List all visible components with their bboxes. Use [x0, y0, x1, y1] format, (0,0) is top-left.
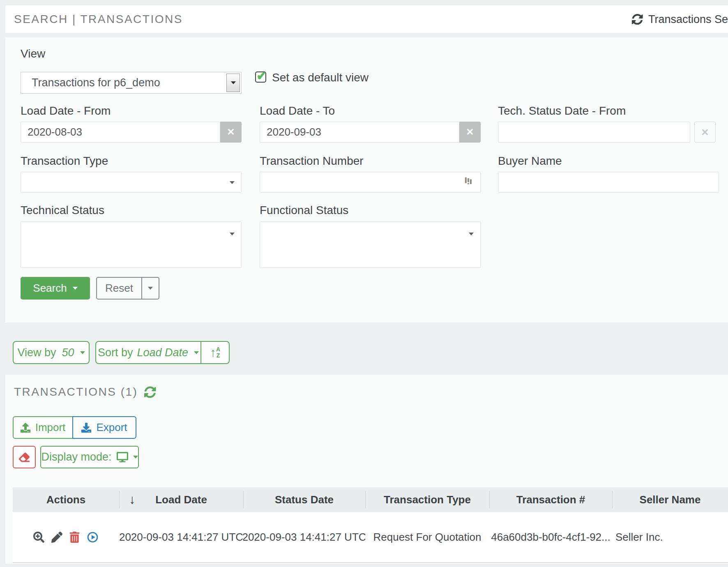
column-header-seller-name[interactable]: Seller Name	[612, 487, 728, 512]
sorted-desc-arrow-icon: ↓	[129, 492, 136, 507]
results-title: TRANSACTIONS (1)	[14, 385, 138, 399]
view-by-value: 50	[62, 346, 74, 359]
load-date-from-label: Load Date - From	[21, 104, 111, 118]
delete-icon[interactable]	[69, 532, 80, 543]
upload-icon	[21, 423, 30, 433]
view-label: View	[21, 47, 45, 60]
reset-button[interactable]: Reset	[96, 277, 142, 300]
erase-button[interactable]	[13, 446, 36, 468]
column-header-transaction-number[interactable]: Transaction #	[489, 487, 612, 512]
import-button-label: Import	[35, 421, 66, 434]
import-export-group: Import Export	[13, 416, 136, 439]
table-header-row: Actions ↓ Load Date Status Date Transact…	[13, 487, 728, 512]
search-button[interactable]: Search	[21, 277, 90, 300]
view-select-arrow-button[interactable]	[226, 74, 240, 92]
header-refresh-label[interactable]: Transactions Se	[648, 13, 728, 25]
load-date-to-label: Load Date - To	[260, 104, 335, 118]
sort-by-button-group: Sort by Load Date ↑AZ	[95, 341, 230, 364]
transaction-type-select[interactable]	[21, 172, 242, 193]
tech-status-date-from-clear-button[interactable]: ✕	[694, 122, 716, 143]
page-title: SEARCH | TRANSACTIONS	[14, 13, 183, 26]
buyer-name-label: Buyer Name	[498, 154, 562, 168]
cell-status-date: 2020-09-03 14:41:27 UTC	[243, 512, 365, 562]
refresh-icon[interactable]	[632, 14, 643, 25]
caret-down-icon	[230, 233, 235, 235]
transactions-table: Actions ↓ Load Date Status Date Transact…	[13, 487, 728, 563]
load-date-to-clear-button[interactable]: ✕	[459, 122, 481, 143]
view-by-button[interactable]: View by 50	[13, 341, 90, 364]
tech-status-date-from-input[interactable]	[498, 122, 690, 143]
x-icon: ✕	[701, 127, 709, 138]
technical-status-label: Technical Status	[21, 204, 104, 217]
load-date-from-clear-button[interactable]: ✕	[220, 122, 242, 143]
display-mode-label: Display mode:	[41, 451, 111, 463]
monitor-icon	[117, 452, 128, 462]
caret-down-icon	[194, 351, 199, 354]
sort-by-button[interactable]: Sort by Load Date	[95, 341, 201, 364]
x-icon: ✕	[227, 127, 235, 137]
set-default-view-checkbox[interactable]: ✔	[255, 71, 266, 83]
reset-button-label: Reset	[105, 282, 133, 295]
view-by-label: View by	[17, 346, 56, 359]
functional-status-label: Functional Status	[260, 204, 348, 217]
view-select-value: Transactions for p6_demo	[32, 76, 160, 89]
sort-alpha-up-icon: ↑AZ	[210, 346, 220, 359]
caret-down-icon	[73, 287, 78, 290]
column-header-transaction-type[interactable]: Transaction Type	[365, 487, 489, 512]
cell-transaction-number: 46a60d3b-b0fc-4cf1-92...	[489, 512, 612, 562]
eraser-icon	[19, 452, 30, 463]
functional-status-multiselect[interactable]	[260, 221, 481, 268]
header-refresh-area[interactable]: Transactions Se	[632, 13, 728, 25]
sort-by-label: Sort by	[98, 346, 133, 359]
edit-icon[interactable]	[51, 532, 62, 543]
caret-down-icon	[148, 287, 153, 290]
refresh-results-icon[interactable]	[144, 386, 156, 398]
transaction-number-input[interactable]	[260, 172, 481, 193]
view-details-icon[interactable]	[33, 532, 44, 543]
transactions-search-page: SEARCH | TRANSACTIONS Transactions Se Vi…	[0, 0, 728, 567]
row-actions	[33, 531, 99, 543]
buyer-name-input[interactable]	[498, 172, 719, 193]
search-button-label: Search	[33, 282, 67, 295]
technical-status-multiselect[interactable]	[21, 221, 242, 268]
x-icon: ✕	[466, 127, 474, 137]
column-header-status-date[interactable]: Status Date	[243, 487, 365, 512]
export-button-label: Export	[96, 421, 127, 434]
load-date-from-input[interactable]	[21, 122, 220, 143]
import-button[interactable]: Import	[13, 416, 73, 439]
view-select[interactable]: Transactions for p6_demo	[21, 72, 242, 94]
caret-down-icon	[231, 81, 236, 84]
top-header-bar: SEARCH | TRANSACTIONS Transactions Se	[5, 5, 728, 33]
resubmit-play-icon[interactable]	[87, 531, 99, 543]
sort-by-value: Load Date	[137, 346, 188, 359]
reset-button-group: Reset	[96, 277, 159, 300]
tech-status-date-from-label: Tech. Status Date - From	[498, 104, 626, 118]
export-button[interactable]: Export	[72, 416, 136, 439]
load-date-to-input[interactable]	[260, 122, 459, 143]
set-default-view-label: Set as default view	[272, 71, 369, 84]
results-panel: TRANSACTIONS (1) Import Export Display m…	[5, 375, 728, 564]
download-icon	[81, 423, 91, 433]
cell-seller-name: Seller Inc.	[612, 512, 728, 562]
display-mode-button[interactable]: Display mode:	[40, 446, 139, 468]
transaction-type-label: Transaction Type	[21, 154, 108, 168]
cell-transaction-type: Request For Quotation	[365, 512, 489, 562]
reset-dropdown-button[interactable]	[142, 277, 159, 300]
search-filter-panel: View Transactions for p6_demo ✔ Set as d…	[5, 37, 728, 323]
cell-load-date: 2020-09-03 14:41:27 UTC	[119, 512, 243, 562]
caret-down-icon	[469, 233, 474, 235]
sort-direction-button[interactable]: ↑AZ	[201, 341, 230, 364]
caret-down-icon	[133, 456, 138, 459]
table-row: 2020-09-03 14:41:27 UTC 2020-09-03 14:41…	[13, 512, 728, 563]
column-header-load-date[interactable]: ↓ Load Date	[119, 487, 243, 512]
caret-down-icon	[80, 351, 85, 354]
column-header-actions[interactable]: Actions	[13, 487, 119, 512]
checkmark-icon: ✔	[256, 69, 267, 83]
caret-down-icon	[230, 181, 235, 184]
transaction-number-label: Transaction Number	[260, 154, 364, 168]
